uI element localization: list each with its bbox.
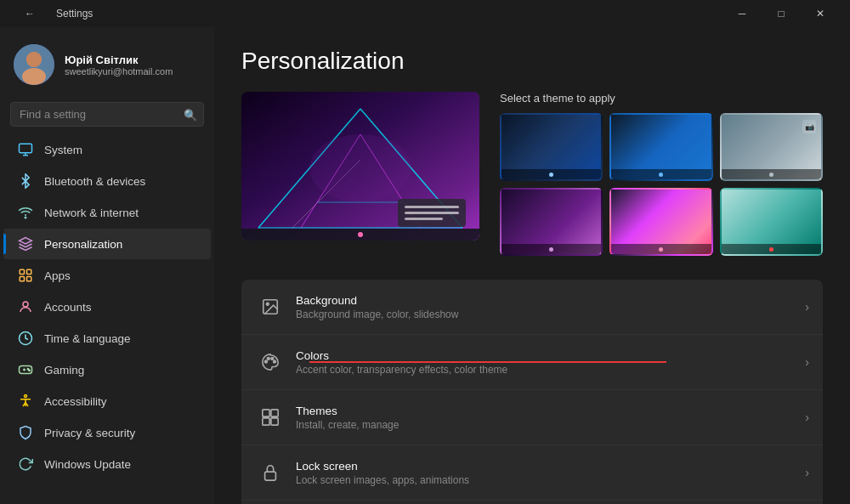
settings-item-arrow: › [805,355,809,369]
avatar [14,44,54,85]
sidebar-item-label: Privacy & security [44,427,135,439]
svg-rect-38 [271,418,278,425]
settings-item-title: Themes [296,405,805,417]
themes-icon [255,402,286,433]
sidebar-item-label: Accounts [44,301,92,314]
settings-item-text: Lock screenLock screen images, apps, ani… [296,460,805,486]
lockscreen-icon [255,457,286,488]
svg-rect-36 [271,410,278,416]
svg-rect-37 [263,418,269,425]
sidebar-item-time[interactable]: Time & language [3,323,211,354]
svg-point-18 [29,370,31,371]
settings-item-textinput[interactable]: Text inputTouch keyboard, voice typing, … [241,501,823,504]
user-info: Юрій Світлик sweetlikyuri@hotmail.com [65,54,173,76]
svg-point-31 [265,360,268,363]
sidebar-item-network[interactable]: Network & internet [3,197,211,228]
background-icon [255,292,286,322]
theme-card-theme-5[interactable] [609,188,712,256]
sidebar-item-label: Personalization [44,238,122,251]
accessibility-icon [17,393,34,410]
svg-rect-39 [265,472,276,480]
theme-card-taskbar [611,169,711,179]
camera-icon: 📷 [802,120,816,133]
taskbar-dot [549,247,553,252]
svg-rect-35 [263,410,269,416]
theme-card-theme-2[interactable] [609,113,712,181]
back-button[interactable]: ← [10,0,49,27]
settings-item-arrow: › [805,411,809,424]
sidebar-item-label: Gaming [44,364,84,377]
settings-item-background[interactable]: BackgroundBackground image, color, slide… [241,280,823,335]
taskbar-dot [549,173,553,177]
theme-card-taskbar [611,244,711,254]
sidebar-item-gaming[interactable]: Gaming [3,354,211,385]
svg-point-34 [274,360,276,363]
nav-items: SystemBluetooth & devicesNetwork & inter… [0,133,214,480]
settings-item-desc: Accent color, transparency effects, colo… [296,364,805,376]
sidebar-item-label: Time & language [44,332,131,345]
taskbar-dot [769,247,774,252]
settings-item-text: ThemesInstall, create, manage [296,405,805,431]
user-profile: Юрій Світлик sweetlikyuri@hotmail.com [0,27,214,99]
network-icon [17,204,34,221]
svg-point-2 [22,68,46,85]
search-input[interactable] [10,102,204,127]
settings-item-colors[interactable]: ColorsAccent color, transparency effects… [241,335,823,390]
minimize-button[interactable]: ─ [722,0,762,27]
close-button[interactable]: ✕ [801,0,840,27]
search-icon: 🔍 [184,108,197,121]
search-box: 🔍 [10,102,204,127]
current-theme-preview [241,92,479,241]
sidebar-item-label: Apps [44,269,71,282]
sidebar-item-label: Accessibility [44,395,107,408]
settings-item-desc: Install, create, manage [296,419,805,431]
theme-card-taskbar [502,169,601,179]
sidebar-item-label: Network & internet [44,207,139,219]
theme-card-theme-1[interactable] [500,113,603,181]
title-bar-controls: ─ □ ✕ [722,0,840,27]
svg-point-3 [26,52,42,67]
svg-rect-11 [27,277,31,281]
settings-item-title: Colors [296,349,805,362]
svg-rect-4 [20,144,32,153]
sidebar-item-system[interactable]: System [3,134,211,165]
theme-card-taskbar [502,244,601,254]
bluetooth-icon [17,173,34,190]
theme-card-taskbar [722,244,821,254]
maximize-button[interactable]: □ [762,0,801,27]
sidebar-item-label: Windows Update [44,458,131,471]
user-email: sweetlikyuri@hotmail.com [65,66,173,76]
theme-card-theme-6[interactable] [720,188,823,256]
settings-item-arrow: › [805,466,809,479]
sidebar-item-privacy[interactable]: Privacy & security [3,417,211,448]
svg-point-7 [25,217,26,218]
time-icon [17,330,34,347]
sidebar-item-apps[interactable]: Apps [3,260,211,291]
settings-item-lockscreen[interactable]: Lock screenLock screen images, apps, ani… [241,445,823,501]
theme-section: Select a theme to apply 📷 [241,92,823,256]
sidebar-item-bluetooth[interactable]: Bluetooth & devices [3,166,211,196]
svg-point-33 [271,358,274,360]
theme-card-theme-3[interactable]: 📷 [720,113,823,181]
app-body: Юрій Світлик sweetlikyuri@hotmail.com 🔍 … [0,27,850,504]
sidebar-item-label: Bluetooth & devices [44,175,145,188]
taskbar-dot [659,173,663,177]
svg-rect-10 [20,277,24,281]
colors-icon [255,347,286,377]
title-bar-left: ← Settings [10,0,93,27]
sidebar: Юрій Світлик sweetlikyuri@hotmail.com 🔍 … [0,27,214,504]
svg-point-19 [25,395,27,398]
taskbar-dot [358,232,363,237]
sidebar-item-accounts[interactable]: Accounts [3,292,211,322]
theme-card-taskbar [722,169,821,179]
page-title: Personalization [241,48,823,75]
sidebar-item-accessibility[interactable]: Accessibility [3,386,211,416]
update-icon [17,456,34,473]
settings-item-text: BackgroundBackground image, color, slide… [296,294,805,320]
sidebar-item-update[interactable]: Windows Update [3,449,211,479]
theme-card-theme-4[interactable] [500,188,603,256]
sidebar-item-personalization[interactable]: Personalization [3,229,211,259]
settings-item-desc: Lock screen images, apps, animations [296,474,805,486]
settings-item-themes[interactable]: ThemesInstall, create, manage› [241,390,823,445]
taskbar-dot [769,173,774,177]
